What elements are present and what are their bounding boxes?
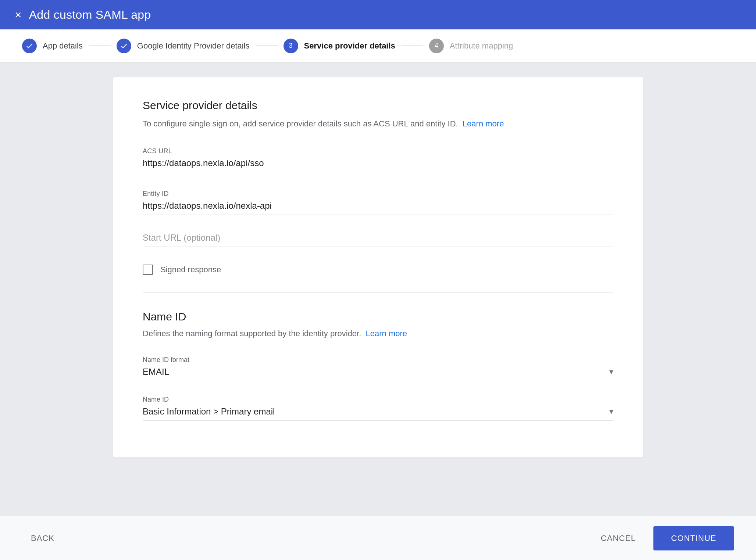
section-description: To configure single sign on, add service… [143, 118, 613, 130]
acs-url-label: ACS URL [143, 147, 613, 155]
name-id-value: Basic Information > Primary email [143, 406, 275, 417]
step-separator-3 [401, 46, 423, 46]
signed-response-label: Signed response [160, 265, 221, 274]
name-id-group: Name ID Basic Information > Primary emai… [143, 396, 613, 421]
step-3: 3 Service provider details [284, 39, 395, 53]
chevron-down-icon-2: ▾ [609, 407, 613, 416]
step-2-label: Google Identity Provider details [137, 41, 250, 51]
chevron-down-icon-1: ▾ [609, 367, 613, 377]
name-id-format-label: Name ID format [143, 356, 613, 364]
step-1-label: App details [43, 41, 83, 51]
name-id-format-value: EMAIL [143, 367, 169, 377]
step-1: App details [22, 39, 83, 53]
entity-id-group: Entity ID https://dataops.nexla.io/nexla… [143, 190, 613, 215]
entity-id-value: https://dataops.nexla.io/nexla-api [143, 201, 613, 215]
continue-button[interactable]: CONTINUE [653, 526, 734, 550]
step-separator-1 [89, 46, 111, 46]
name-id-label: Name ID [143, 396, 613, 403]
nameid-description: Defines the naming format supported by t… [143, 329, 613, 338]
section-title: Service provider details [143, 99, 613, 112]
page-title: Add custom SAML app [29, 8, 151, 22]
cancel-button[interactable]: CANCEL [589, 528, 648, 549]
stepper: App details Google Identity Provider det… [0, 29, 756, 62]
footer: BACK CANCEL CONTINUE [0, 516, 756, 560]
nameid-title: Name ID [143, 310, 613, 323]
footer-right: CANCEL CONTINUE [589, 526, 734, 550]
step-separator-2 [256, 46, 278, 46]
step-2-circle [117, 39, 131, 53]
start-url-group [143, 233, 613, 247]
step-1-circle [22, 39, 37, 53]
entity-id-label: Entity ID [143, 190, 613, 198]
learn-more-link-1[interactable]: Learn more [463, 119, 504, 128]
close-icon[interactable]: × [15, 9, 22, 21]
signed-response-row: Signed response [143, 265, 613, 275]
start-url-input[interactable] [143, 233, 613, 247]
step-3-circle: 3 [284, 39, 298, 53]
acs-url-value: https://dataops.nexla.io/api/sso [143, 158, 613, 172]
step-4: 4 Attribute mapping [429, 39, 513, 53]
learn-more-link-2[interactable]: Learn more [366, 329, 407, 338]
main-content: Service provider details To configure si… [0, 62, 756, 516]
name-id-format-dropdown[interactable]: EMAIL ▾ [143, 367, 613, 381]
step-4-label: Attribute mapping [450, 41, 513, 51]
section-divider [143, 292, 613, 293]
service-provider-card: Service provider details To configure si… [113, 77, 643, 457]
acs-url-group: ACS URL https://dataops.nexla.io/api/sso [143, 147, 613, 172]
step-2: Google Identity Provider details [117, 39, 250, 53]
header: × Add custom SAML app [0, 0, 756, 29]
step-3-label: Service provider details [304, 41, 395, 51]
back-button[interactable]: BACK [22, 528, 63, 549]
name-id-format-group: Name ID format EMAIL ▾ [143, 356, 613, 381]
name-id-dropdown[interactable]: Basic Information > Primary email ▾ [143, 406, 613, 421]
signed-response-checkbox[interactable] [143, 265, 153, 275]
step-4-circle: 4 [429, 39, 444, 53]
